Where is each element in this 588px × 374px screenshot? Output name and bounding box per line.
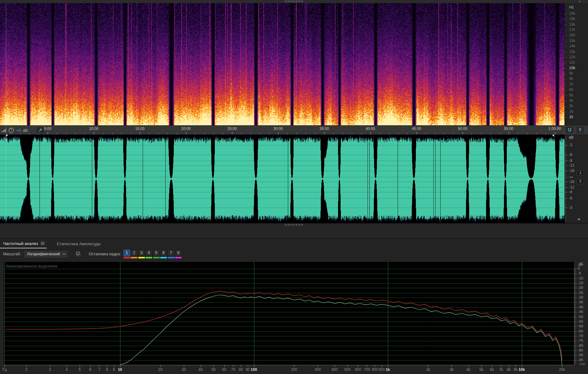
pin-toggle-button[interactable] bbox=[36, 127, 45, 134]
timeline-time-label: 5:00 bbox=[44, 127, 51, 131]
playhead-line[interactable] bbox=[6, 4, 6, 223]
frequency-axis-tick bbox=[241, 365, 241, 367]
timeline-tick bbox=[131, 133, 131, 134]
db-tick bbox=[574, 336, 577, 336]
gain-value[interactable]: +0 bbox=[16, 128, 21, 133]
frequency-axis-tick bbox=[318, 365, 318, 367]
waveform-view[interactable] bbox=[0, 135, 564, 223]
frequency-axis-label: 6 bbox=[89, 367, 92, 372]
amplitude-tick bbox=[565, 208, 568, 208]
copy-frame-icon bbox=[76, 251, 81, 257]
amplitude-tick-label: -∞ bbox=[569, 175, 573, 179]
frame-hold-button-2[interactable]: 2 bbox=[131, 250, 137, 258]
scroll-up-arrow[interactable] bbox=[577, 218, 580, 220]
spectrogram-view[interactable] bbox=[0, 3, 564, 125]
frequency-tick-label: 16k bbox=[569, 33, 575, 37]
frequency-axis-tick bbox=[50, 365, 50, 367]
frequency-tick bbox=[565, 14, 567, 14]
db-tick-label: -65 bbox=[578, 329, 583, 333]
frequency-axis-tick bbox=[184, 365, 184, 367]
timeline-tick bbox=[416, 132, 417, 134]
db-tick bbox=[574, 355, 577, 356]
frequency-axis-tick bbox=[492, 365, 492, 367]
amplitude-tick-label: -18 bbox=[569, 169, 574, 173]
db-tick-label: 0 bbox=[578, 267, 580, 270]
frame-hold-button-5[interactable]: 5 bbox=[153, 250, 160, 258]
timeline-tick bbox=[536, 133, 537, 134]
timeline-time-label: 45:00 bbox=[412, 127, 421, 131]
levels-meter-icon[interactable] bbox=[1, 128, 6, 133]
frame-color-swatch bbox=[146, 257, 152, 258]
channel-2-button[interactable]: 2 bbox=[577, 179, 584, 184]
db-tick bbox=[574, 273, 577, 274]
frequency-axis-label: 500 bbox=[344, 367, 351, 372]
frequency-axis-label: 80 bbox=[239, 367, 243, 372]
frequency-tick-label: 10k bbox=[569, 66, 575, 70]
scale-dropdown[interactable]: Логарифмический bbox=[24, 250, 68, 258]
frequency-tick bbox=[565, 96, 567, 96]
timeline-tick bbox=[232, 132, 232, 134]
frequency-tick-label: 18k bbox=[569, 22, 575, 27]
frequency-tick bbox=[565, 79, 567, 79]
copy-frame-button[interactable] bbox=[75, 251, 82, 257]
amplitude-tick-label: -6 bbox=[569, 196, 572, 200]
frequency-axis-tick bbox=[233, 365, 233, 367]
frequency-axis-label: 4 bbox=[66, 367, 68, 372]
timeline-tick bbox=[509, 132, 509, 134]
timeline-ruler[interactable]: +0 dB 5:0010:0015:0020:0025:0030:0035:00… bbox=[0, 125, 588, 135]
frequency-analysis-plot[interactable] bbox=[4, 262, 574, 365]
tab-amplitude-statistics[interactable]: Статистика Амплитуды bbox=[54, 240, 103, 248]
db-tick-label: -85 bbox=[578, 348, 583, 352]
channel-1-button[interactable]: 1 bbox=[577, 170, 584, 176]
panel-grip[interactable] bbox=[285, 1, 303, 3]
frequency-tick bbox=[565, 41, 567, 41]
db-tick bbox=[574, 269, 577, 269]
frequency-tick bbox=[565, 68, 567, 69]
scale-label: Масштаб: bbox=[3, 252, 21, 256]
timeline-tick bbox=[407, 133, 408, 134]
frequency-axis-tick bbox=[80, 365, 80, 367]
frame-hold-button-6[interactable]: 6 bbox=[160, 250, 167, 258]
frequency-axis-tick bbox=[382, 365, 382, 367]
frequency-tick-label: 3k bbox=[569, 104, 573, 108]
frame-hold-buttons: 12345678 bbox=[124, 250, 182, 258]
db-tick bbox=[574, 360, 577, 361]
panel-menu-icon[interactable] bbox=[40, 242, 45, 245]
frame-hold-button-3[interactable]: 3 bbox=[138, 250, 145, 258]
magnet-snap-button[interactable] bbox=[565, 126, 574, 134]
frequency-tick-label: 4k bbox=[569, 98, 573, 103]
clock-knob-icon[interactable] bbox=[8, 127, 14, 133]
frequency-axis-tick bbox=[4, 365, 5, 367]
frequency-tick-label: 20k bbox=[569, 11, 575, 16]
timeline-tick bbox=[546, 133, 546, 134]
panel-grip[interactable] bbox=[285, 224, 303, 226]
frame-hold-button-7[interactable]: 7 bbox=[168, 250, 174, 258]
frequency-tick bbox=[565, 19, 567, 19]
frequency-axis-label: 7k bbox=[499, 367, 503, 372]
db-tick bbox=[574, 331, 577, 332]
frequency-axis-tick bbox=[99, 365, 99, 367]
frequency-tick-label: 6k bbox=[569, 87, 573, 92]
frame-hold-button-1[interactable]: 1 bbox=[124, 250, 130, 258]
marker-funnel-button[interactable] bbox=[576, 126, 585, 134]
timeline-tick bbox=[204, 133, 205, 134]
axis-line bbox=[4, 365, 574, 365]
scale-dropdown-value: Логарифмический bbox=[27, 252, 60, 256]
selection-handle-right[interactable] bbox=[552, 135, 554, 137]
timeline-tick bbox=[370, 132, 371, 134]
tab-frequency-analysis[interactable]: Частотный анализ bbox=[0, 240, 47, 248]
frame-hold-button-4[interactable]: 4 bbox=[146, 250, 152, 258]
selection-handle-left[interactable] bbox=[6, 135, 8, 137]
timeline-tick bbox=[214, 133, 214, 134]
frequency-scale[interactable]: Hz 20k19k18k17k16k15k14k13k12k11k10k9k8k… bbox=[564, 3, 588, 125]
frame-hold-button-8[interactable]: 8 bbox=[175, 250, 182, 258]
frequency-axis-label: 900 bbox=[379, 367, 385, 372]
amplitude-scale[interactable]: dB -3-6-9-12-18-∞-18-12-9-6-3 12 bbox=[564, 135, 588, 223]
frequency-axis-label: 2 bbox=[25, 367, 28, 372]
timeline-time-label: 40:00 bbox=[366, 127, 375, 131]
frequency-axis-label: 6k bbox=[490, 367, 494, 372]
timeline-tick bbox=[186, 132, 186, 134]
frequency-tick bbox=[565, 74, 567, 74]
panel-menu-icon[interactable]: ▾ bbox=[579, 0, 580, 3]
frequency-tick bbox=[565, 85, 567, 85]
